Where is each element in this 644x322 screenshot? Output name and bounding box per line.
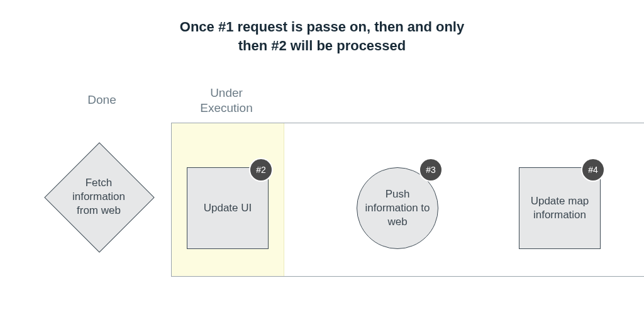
under-execution-line-2: Execution [200, 101, 252, 114]
queue-task-3: Push information to web #3 [357, 167, 438, 249]
queue-task-4: Update map information #4 [519, 167, 601, 249]
done-column-label: Done [58, 93, 146, 107]
done-task: Fetch information from web [45, 143, 152, 250]
title-line-1: Once #1 request is passe on, then and on… [180, 19, 464, 35]
queue-task-3-badge: #3 [419, 158, 443, 182]
queue-task-2-badge: #2 [249, 158, 273, 182]
diagram-title: Once #1 request is passe on, then and on… [0, 18, 644, 55]
done-task-label: Fetch information from web [45, 143, 152, 250]
queue-task-4-badge: #4 [581, 158, 605, 182]
title-line-2: then #2 will be processed [238, 38, 406, 53]
under-execution-line-1: Under [210, 86, 243, 99]
queue-panel: Update UI #2 Push information to web #3 … [171, 123, 644, 277]
queue-task-2: Update UI #2 [187, 167, 269, 249]
diagram-stage: Once #1 request is passe on, then and on… [0, 0, 644, 322]
under-execution-label: Under Execution [173, 86, 280, 116]
